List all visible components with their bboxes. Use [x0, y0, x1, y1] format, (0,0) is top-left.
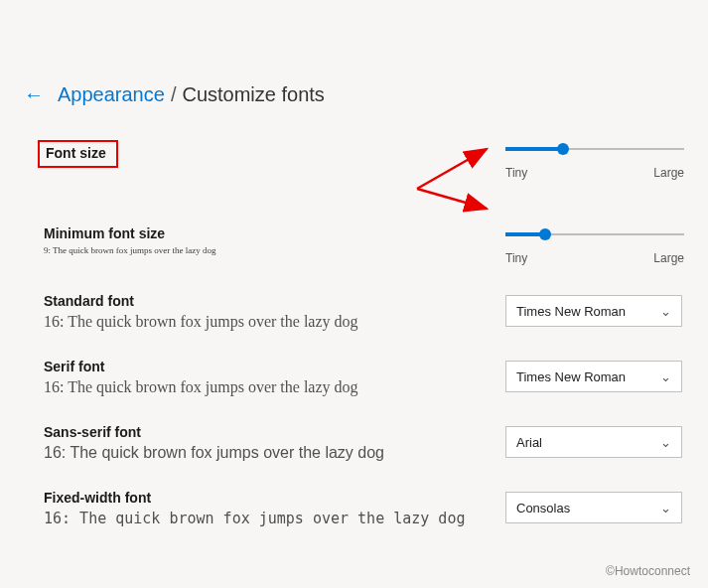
chevron-down-icon: ⌄ — [660, 435, 671, 450]
breadcrumb-separator: / — [171, 83, 177, 106]
serif-font-sample: 16: The quick brown fox jumps over the l… — [44, 378, 486, 396]
mono-font-sample: 16: The quick brown fox jumps over the l… — [44, 510, 486, 527]
dropdown-value: Times New Roman — [516, 304, 626, 319]
sans-font-sample: 16: The quick brown fox jumps over the l… — [44, 444, 486, 462]
serif-font-label: Serif font — [44, 359, 486, 374]
sans-font-label: Sans-serif font — [44, 424, 486, 440]
chevron-down-icon: ⌄ — [660, 369, 671, 384]
watermark: ©Howtoconnect — [606, 564, 690, 578]
breadcrumb-appearance-link[interactable]: Appearance — [58, 83, 165, 106]
slider-min-label: Tiny — [505, 166, 527, 180]
min-font-size-row: Minimum font size 9: The quick brown fox… — [44, 225, 684, 265]
standard-font-row: Standard font 16: The quick brown fox ju… — [44, 293, 684, 331]
min-font-size-sample: 9: The quick brown fox jumps over the la… — [44, 245, 486, 255]
serif-font-row: Serif font 16: The quick brown fox jumps… — [44, 359, 684, 396]
chevron-down-icon: ⌄ — [660, 304, 671, 319]
dropdown-value: Consolas — [516, 501, 570, 515]
standard-font-dropdown[interactable]: Times New Roman ⌄ — [505, 295, 682, 327]
back-arrow-icon[interactable]: ← — [24, 83, 44, 106]
font-size-highlight: Font size — [38, 140, 118, 168]
standard-font-sample: 16: The quick brown fox jumps over the l… — [44, 313, 486, 331]
mono-font-label: Fixed-width font — [44, 490, 486, 506]
font-size-slider[interactable]: Tiny Large — [505, 142, 684, 180]
dropdown-value: Times New Roman — [516, 369, 626, 384]
serif-font-dropdown[interactable]: Times New Roman ⌄ — [505, 361, 682, 392]
slider-max-label: Large — [653, 166, 684, 180]
mono-font-row: Fixed-width font 16: The quick brown fox… — [44, 490, 684, 527]
sans-font-row: Sans-serif font 16: The quick brown fox … — [44, 424, 684, 462]
min-font-size-slider[interactable]: Tiny Large — [505, 227, 684, 265]
breadcrumb: ← Appearance / Customize fonts — [24, 83, 684, 106]
chevron-down-icon: ⌄ — [660, 501, 671, 515]
standard-font-label: Standard font — [44, 293, 486, 309]
font-size-label: Font size — [46, 145, 106, 161]
slider-max-label: Large — [653, 251, 684, 265]
min-font-size-label: Minimum font size — [44, 225, 486, 241]
slider-min-label: Tiny — [505, 251, 527, 265]
mono-font-dropdown[interactable]: Consolas ⌄ — [505, 492, 682, 523]
sans-font-dropdown[interactable]: Arial ⌄ — [505, 426, 682, 458]
breadcrumb-current: Customize fonts — [182, 83, 324, 106]
dropdown-value: Arial — [516, 435, 542, 450]
font-size-row: Font size Tiny Large — [44, 140, 684, 198]
